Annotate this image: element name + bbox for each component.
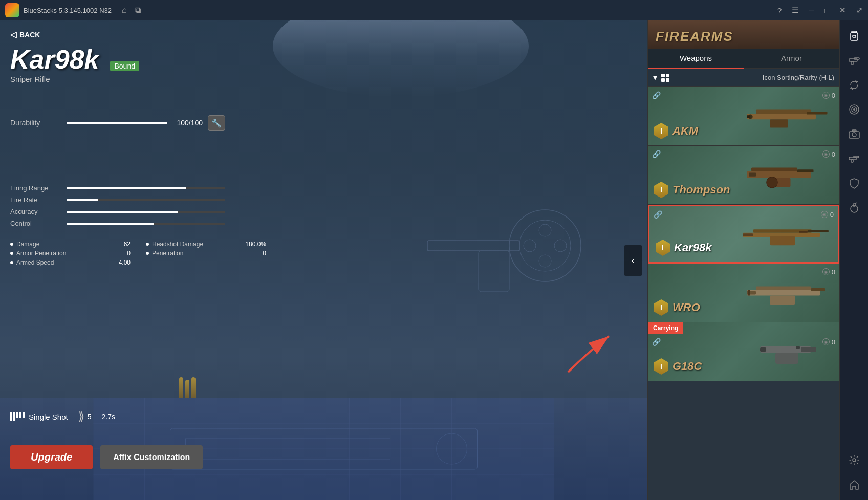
damage-value-text: 62 <box>124 241 131 248</box>
help-icon[interactable]: ? <box>777 6 782 15</box>
list-item[interactable]: 🔗 ◉ 0 <box>648 205 839 264</box>
sidebar-icon-settings[interactable] <box>843 449 865 471</box>
penetration-label-text: Penetration <box>152 250 183 257</box>
ammo-circle-icon: ◉ <box>822 150 830 158</box>
svg-rect-39 <box>770 236 795 245</box>
back-button[interactable]: ◁ BACK <box>10 30 40 39</box>
sidebar-icon-camera[interactable] <box>843 123 865 145</box>
weapon-list-name: WRO <box>672 301 700 314</box>
sidebar-icon-shield[interactable] <box>843 172 865 194</box>
svg-rect-30 <box>747 171 811 178</box>
sidebar-icon-grenade[interactable] <box>843 197 865 219</box>
sidebar-icon-refresh[interactable] <box>843 74 865 96</box>
close-icon[interactable]: ✕ <box>839 6 846 15</box>
ammo-count-display: 0 <box>832 268 835 276</box>
repair-button[interactable]: 🔧 <box>208 115 225 131</box>
svg-rect-55 <box>853 35 856 37</box>
rarity-badge: I <box>654 299 668 316</box>
sidebar-icon-home[interactable] <box>843 473 865 496</box>
svg-rect-25 <box>756 110 811 114</box>
timer-display: 2.7s <box>102 412 115 421</box>
back-label: BACK <box>19 31 40 39</box>
shot-bar-3 <box>16 412 18 418</box>
stats-section: Firing Range Fire Rate Accuracy Control <box>10 184 225 231</box>
durability-bar-fill <box>67 122 167 124</box>
firing-range-label: Firing Range <box>10 184 61 192</box>
svg-point-19 <box>524 240 536 252</box>
gun-image <box>742 160 834 190</box>
svg-rect-51 <box>760 347 766 352</box>
grid-view-icon[interactable] <box>661 74 669 82</box>
svg-rect-67 <box>851 160 853 162</box>
weapon-name-badge: I AKM <box>654 123 698 139</box>
shot-type-display: Single Shot <box>10 412 68 421</box>
nav-arrow-right[interactable]: ‹ <box>624 245 642 276</box>
list-item[interactable]: Carrying 🔗 ◉ 0 <box>648 322 839 381</box>
rarity-badge: I <box>654 182 668 198</box>
expand-icon[interactable]: ⤢ <box>856 6 863 15</box>
upgrade-button[interactable]: Upgrade <box>10 445 93 469</box>
home-icon[interactable]: ⌂ <box>122 6 127 15</box>
maximize-icon[interactable]: □ <box>824 6 829 15</box>
link-icon: 🔗 <box>652 150 661 158</box>
list-item[interactable]: 🔗 ◉ 0 <box>648 87 839 146</box>
bullet-display <box>179 377 196 398</box>
accuracy-fill <box>67 211 178 213</box>
svg-rect-32 <box>797 169 814 172</box>
ammo-counter: ◉ 0 <box>822 150 835 158</box>
right-sidebar <box>839 20 868 500</box>
tab-weapons[interactable]: Weapons <box>648 49 744 68</box>
rarity-badge: I <box>656 240 670 256</box>
carrying-badge: Carrying <box>648 322 683 334</box>
accuracy-label: Accuracy <box>10 208 61 215</box>
headshot-item: Headshot Damage 180.0% <box>146 241 266 248</box>
shot-type-icon <box>10 412 25 421</box>
svg-point-18 <box>539 255 551 267</box>
armor-pen-value-text: 0 <box>127 250 131 257</box>
headshot-value-text: 180.0% <box>245 241 266 248</box>
armed-speed-item: Armed Speed 4.00 <box>10 259 131 266</box>
shot-bar-4 <box>19 412 21 418</box>
svg-rect-44 <box>811 288 825 291</box>
weapon-name-badge: I Thompson <box>654 182 730 198</box>
svg-rect-52 <box>796 346 800 349</box>
minimize-icon[interactable]: ─ <box>809 6 814 15</box>
sidebar-icon-backpack[interactable] <box>843 25 865 47</box>
damage-item: Damage 62 <box>10 241 131 248</box>
svg-rect-27 <box>770 119 788 127</box>
damage-label-text: Damage <box>16 241 39 248</box>
sidebar-icon-target[interactable] <box>843 98 865 121</box>
svg-rect-64 <box>852 130 856 132</box>
ammo-counter: ◉ 0 <box>821 211 834 219</box>
weapon-name-badge: I WRO <box>654 299 700 316</box>
armed-speed-label-text: Armed Speed <box>16 259 54 266</box>
affix-customization-button[interactable]: Affix Customization <box>100 445 203 469</box>
copy-icon[interactable]: ⧉ <box>135 6 141 15</box>
penetration-dot <box>146 252 149 255</box>
collapse-icon[interactable]: ▾ <box>653 73 657 82</box>
menu-icon[interactable]: ☰ <box>792 6 798 15</box>
svg-rect-24 <box>747 114 816 120</box>
weapon-name-badge: I Kar98k <box>656 240 711 256</box>
title-bar: BlueStacks 5.3.145.1002 N32 ⌂ ⧉ ? ☰ ─ □ … <box>0 0 868 20</box>
svg-rect-54 <box>851 33 858 40</box>
tab-armor[interactable]: Armor <box>744 49 839 68</box>
list-item[interactable]: 🔗 ◉ 0 <box>648 146 839 205</box>
list-item[interactable]: 🔗 ◉ 0 <box>648 264 839 322</box>
filter-label: Icon Sorting/Rarity (H-L) <box>763 74 834 81</box>
svg-rect-21 <box>427 241 519 251</box>
svg-line-70 <box>855 203 857 204</box>
svg-point-71 <box>853 459 856 462</box>
durability-label: Durability <box>10 119 61 127</box>
sidebar-icon-gun[interactable] <box>843 49 865 72</box>
sidebar-icon-gun2[interactable] <box>843 147 865 170</box>
ammo-count-display: 0 <box>830 211 834 219</box>
svg-rect-50 <box>801 347 816 352</box>
ammo-counter: ◉ 0 <box>822 92 835 99</box>
svg-rect-38 <box>808 230 829 232</box>
timer-value: 2.7s <box>102 412 115 421</box>
weapon-list-name: Kar98k <box>674 241 711 254</box>
ammo-count-display: 0 <box>832 150 835 158</box>
bluestacks-logo <box>5 3 19 17</box>
app-name: BlueStacks 5.3.145.1002 N32 <box>24 7 112 14</box>
